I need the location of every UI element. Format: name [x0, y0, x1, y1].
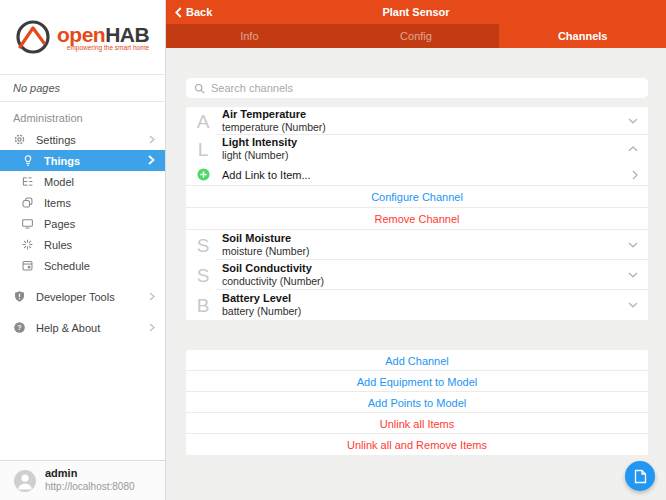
- page-title: Plant Sensor: [166, 6, 666, 18]
- openhab-logo: openHAB empowering the smart home: [0, 0, 165, 74]
- add-channel-button[interactable]: Add Channel: [186, 350, 648, 371]
- sidebar-item-label: Rules: [44, 239, 155, 251]
- chevron-down-icon: [628, 118, 638, 124]
- chevron-right-icon: [149, 291, 155, 303]
- code-view-fab-button[interactable]: [625, 461, 655, 491]
- logo-tagline: empowering the smart home: [57, 44, 149, 51]
- chevron-up-icon: [628, 146, 638, 152]
- channel-subtitle: light (Number): [222, 149, 628, 162]
- lightbulb-icon: [20, 153, 35, 168]
- logo-brand-open: open: [57, 23, 105, 46]
- add-equipment-to-model-button[interactable]: Add Equipment to Model: [186, 371, 648, 392]
- avatar: [14, 470, 36, 492]
- tab-bar: Info Config Channels: [166, 24, 666, 48]
- sidebar-item-label: Items: [44, 197, 155, 209]
- channel-list: A Air Temperature temperature (Number) L…: [186, 107, 648, 320]
- sidebar-item-pages[interactable]: Pages: [0, 213, 165, 234]
- channel-letter: B: [192, 296, 214, 315]
- user-account[interactable]: admin http://localhost:8080: [0, 460, 165, 500]
- sidebar-item-model[interactable]: Model: [0, 171, 165, 192]
- add-link-to-item-button[interactable]: Add Link to Item...: [186, 163, 648, 186]
- no-pages-label: No pages: [0, 74, 165, 102]
- logo-brand-hab: HAB: [105, 23, 149, 46]
- channel-title: Soil Conductivity: [222, 262, 628, 275]
- chevron-down-icon: [628, 302, 638, 308]
- back-label: Back: [186, 6, 212, 18]
- spark-icon: [20, 237, 35, 252]
- administration-section-label: Administration: [13, 112, 165, 124]
- channels-content: A Air Temperature temperature (Number) L…: [166, 48, 666, 500]
- channel-letter: S: [192, 266, 214, 285]
- navbar: Plant Sensor Back: [166, 0, 666, 24]
- unlink-all-items-button[interactable]: Unlink all Items: [186, 413, 648, 434]
- plus-circle-icon: [192, 168, 214, 181]
- shield-exclamation-icon: [12, 289, 27, 304]
- channel-letter: S: [192, 236, 214, 255]
- channel-row-air-temperature[interactable]: A Air Temperature temperature (Number): [186, 107, 648, 135]
- sidebar-item-help-about[interactable]: ? Help & About: [0, 317, 165, 338]
- chevron-right-icon: [149, 322, 155, 334]
- back-button[interactable]: Back: [175, 6, 212, 18]
- chevron-right-icon: [149, 134, 155, 146]
- thing-actions-list: Add Channel Add Equipment to Model Add P…: [186, 350, 648, 455]
- channel-letter: A: [192, 112, 214, 131]
- copy-icon: [20, 195, 35, 210]
- channel-subtitle: moisture (Number): [222, 245, 628, 258]
- sidebar-item-label: Help & About: [36, 322, 149, 334]
- sidebar-item-rules[interactable]: Rules: [0, 234, 165, 255]
- model-tree-icon: [20, 174, 35, 189]
- search-bar[interactable]: [186, 78, 648, 98]
- unlink-all-and-remove-items-button[interactable]: Unlink all and Remove Items: [186, 434, 648, 455]
- document-icon: [634, 469, 647, 484]
- channel-title: Light Intensity: [222, 136, 628, 149]
- monitor-icon: [20, 216, 35, 231]
- sidebar-item-things[interactable]: Things: [0, 150, 165, 171]
- gear-icon: [12, 132, 27, 147]
- question-circle-icon: ?: [12, 320, 27, 335]
- calendar-icon: [20, 258, 35, 273]
- search-icon: [194, 83, 205, 94]
- add-points-to-model-button[interactable]: Add Points to Model: [186, 392, 648, 413]
- sidebar-item-label: Schedule: [44, 260, 155, 272]
- app-window: openHAB empowering the smart home No pag…: [0, 0, 666, 500]
- sidebar: openHAB empowering the smart home No pag…: [0, 0, 166, 500]
- search-input[interactable]: [211, 82, 640, 94]
- tab-channels[interactable]: Channels: [499, 24, 666, 48]
- channel-row-soil-conductivity[interactable]: S Soil Conductivity conductivity (Number…: [186, 260, 648, 290]
- channel-row-light-intensity[interactable]: L Light Intensity light (Number): [186, 135, 648, 163]
- username: admin: [45, 467, 135, 481]
- chevron-right-icon: [632, 170, 638, 180]
- sidebar-item-schedule[interactable]: Schedule: [0, 255, 165, 276]
- channel-row-soil-moisture[interactable]: S Soil Moisture moisture (Number): [186, 230, 648, 260]
- openhab-logo-icon: [13, 17, 53, 57]
- sidebar-item-items[interactable]: Items: [0, 192, 165, 213]
- channel-subtitle: conductivity (Number): [222, 275, 628, 288]
- channel-row-battery-level[interactable]: B Battery Level battery (Number): [186, 290, 648, 320]
- chevron-down-icon: [628, 242, 638, 248]
- sidebar-item-label: Things: [44, 155, 148, 167]
- channel-title: Soil Moisture: [222, 232, 628, 245]
- channel-title: Battery Level: [222, 292, 628, 305]
- channel-subtitle: temperature (Number): [222, 121, 628, 134]
- chevron-down-icon: [628, 272, 638, 278]
- channel-subtitle: battery (Number): [222, 305, 628, 318]
- sidebar-item-label: Developer Tools: [36, 291, 149, 303]
- sidebar-item-label: Settings: [36, 134, 149, 146]
- configure-channel-button[interactable]: Configure Channel: [186, 186, 648, 207]
- sidebar-item-settings[interactable]: Settings: [0, 129, 165, 150]
- svg-text:?: ?: [17, 323, 22, 332]
- sidebar-item-label: Pages: [44, 218, 155, 230]
- channel-title: Air Temperature: [222, 108, 628, 121]
- tab-info[interactable]: Info: [166, 24, 333, 48]
- tab-config[interactable]: Config: [333, 24, 500, 48]
- sidebar-item-label: Model: [44, 176, 155, 188]
- sidebar-item-developer-tools[interactable]: Developer Tools: [0, 286, 165, 307]
- remove-channel-button[interactable]: Remove Channel: [186, 208, 648, 229]
- main-panel: Plant Sensor Back Info Config Channels: [166, 0, 666, 500]
- add-link-label: Add Link to Item...: [222, 169, 632, 181]
- server-url: http://localhost:8080: [45, 481, 135, 494]
- chevron-left-icon: [175, 7, 182, 18]
- chevron-right-icon: [148, 155, 155, 167]
- channel-letter: L: [192, 140, 214, 159]
